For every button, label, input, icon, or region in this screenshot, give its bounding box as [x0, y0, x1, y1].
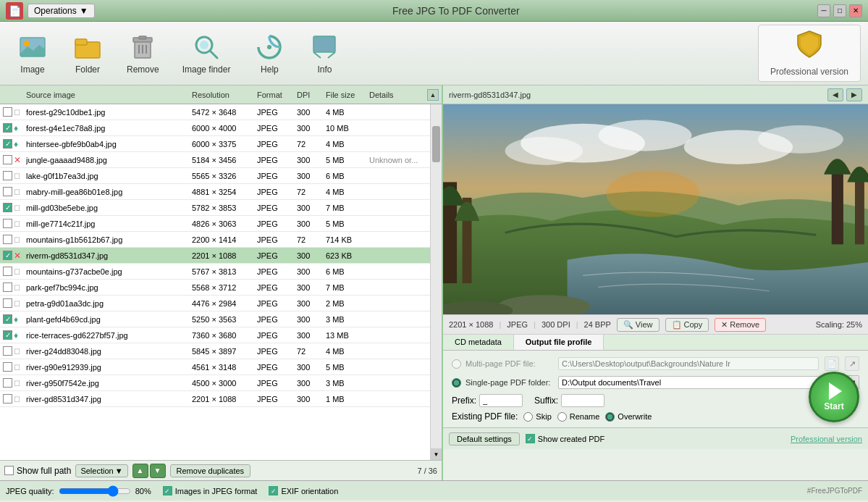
file-row[interactable]: ◻ river-gd8531d347.jpg 2201 × 1088 JPEG …: [0, 391, 430, 407]
file-row[interactable]: ◻ river-g24dd83048.jpg 5845 × 3897 JPEG …: [0, 343, 430, 359]
multipage-radio-input[interactable]: [452, 359, 461, 369]
images-jpeg-group[interactable]: ✓ Images in JPEG format: [163, 486, 258, 495]
file-checkbox[interactable]: ✓: [3, 203, 12, 212]
suffix-group: Suffix:: [534, 394, 604, 407]
folder-button[interactable]: Folder: [62, 28, 113, 80]
view-button[interactable]: 🔍 View: [617, 318, 660, 332]
singlepage-path-input[interactable]: [558, 376, 819, 389]
singlepage-radio-input[interactable]: [452, 378, 461, 388]
file-checkbox[interactable]: [3, 267, 12, 276]
scroll-up-arrow[interactable]: ▲: [427, 89, 439, 101]
scroll-track[interactable]: [431, 104, 442, 448]
default-settings-button[interactable]: Default settings: [449, 432, 520, 445]
file-checkbox[interactable]: ✓: [3, 139, 12, 148]
copy-button[interactable]: 📋 Copy: [665, 318, 709, 332]
rename-radio[interactable]: [557, 412, 567, 422]
nav-up-button[interactable]: ▲: [132, 464, 148, 478]
file-row[interactable]: ◻ mill-ge7714c21f.jpg 4826 × 3063 JPEG 3…: [0, 216, 430, 232]
file-checkbox[interactable]: ✓: [3, 314, 12, 324]
file-checkbox[interactable]: ✓: [3, 123, 12, 133]
file-row[interactable]: ✓ ♦ forest-g4e1ec78a8.jpg 6000 × 4000 JP…: [0, 120, 430, 136]
nav-down-button[interactable]: ▼: [150, 464, 166, 478]
operations-menu[interactable]: Operations ▼: [28, 4, 95, 18]
show-created-pdf-checkbox[interactable]: ✓ Show created PDF: [526, 434, 604, 443]
pro-version-link[interactable]: Professional version: [791, 435, 862, 443]
file-check-cell: ◻: [3, 378, 26, 388]
file-checkbox[interactable]: [3, 346, 12, 356]
file-checkbox[interactable]: [3, 171, 12, 180]
right-container: riverm-gd8531d347.jpg ◀ ▶: [443, 85, 868, 480]
file-checkbox[interactable]: [3, 155, 12, 164]
file-checkbox[interactable]: [3, 283, 12, 292]
file-checkbox[interactable]: ✓: [3, 330, 12, 340]
selection-button[interactable]: Selection ▼: [75, 464, 127, 477]
singlepage-radio-group[interactable]: Single-page PDF folder:: [452, 378, 552, 388]
minimize-button[interactable]: ─: [817, 4, 830, 17]
remove-button[interactable]: Remove: [117, 28, 169, 80]
scroll-down-arrow[interactable]: ▼: [431, 448, 442, 460]
svg-point-20: [505, 137, 583, 165]
file-row[interactable]: ◻ lake-g0f1b7ea3d.jpg 5565 × 3326 JPEG 3…: [0, 168, 430, 184]
file-list-footer: Show full path Selection ▼ ▲ ▼ Remove du…: [0, 460, 442, 480]
file-checkbox[interactable]: [3, 219, 12, 228]
prefix-input[interactable]: [479, 394, 523, 407]
file-row[interactable]: ◻ mabry-mill-gea86b01e8.jpg 4881 × 3254 …: [0, 184, 430, 200]
file-checkbox[interactable]: [3, 235, 12, 244]
file-checkbox[interactable]: ✓: [3, 251, 12, 260]
quality-slider[interactable]: [59, 485, 131, 497]
file-row[interactable]: ✓ ✕ riverm-gd8531d347.jpg 2201 × 1088 JP…: [0, 248, 430, 264]
image-finder-button[interactable]: Image finder: [173, 28, 240, 80]
file-checkbox[interactable]: [3, 362, 12, 372]
file-checkbox[interactable]: [3, 394, 12, 403]
pro-button[interactable]: Professional version: [758, 25, 861, 82]
file-checkbox[interactable]: [3, 107, 12, 117]
overwrite-radio[interactable]: [605, 412, 615, 422]
file-row[interactable]: ✓ ♦ plant-gefd4b69cd.jpg 5250 × 3563 JPE…: [0, 311, 430, 327]
images-jpeg-checkbox[interactable]: ✓: [163, 486, 172, 495]
file-row[interactable]: ◻ mountains-g737acbe0e.jpg 5767 × 3813 J…: [0, 264, 430, 280]
show-path-checkbox[interactable]: Show full path: [4, 466, 71, 476]
preview-next-button[interactable]: ▶: [846, 88, 862, 101]
info-button[interactable]: Info: [299, 28, 350, 80]
scroll-thumb[interactable]: [432, 126, 440, 162]
help-button[interactable]: Help: [244, 28, 295, 80]
tab-cd-metadata[interactable]: CD metadata: [443, 335, 514, 350]
image-button[interactable]: Image: [7, 28, 58, 80]
multipage-path-input[interactable]: [558, 357, 819, 370]
multipage-browse-button[interactable]: 📄: [825, 356, 839, 371]
file-checkbox[interactable]: [3, 187, 12, 196]
multipage-radio[interactable]: Multi-page PDF file:: [452, 359, 552, 369]
file-row[interactable]: ◻ river-g950f7542e.jpg 4500 × 3000 JPEG …: [0, 375, 430, 391]
file-row[interactable]: ✓ ♦ rice-terraces-gd6227bf57.jpg 7360 × …: [0, 327, 430, 343]
file-row[interactable]: ◻ petra-g9d01aa3dc.jpg 4476 × 2984 JPEG …: [0, 296, 430, 311]
rename-option[interactable]: Rename: [557, 412, 600, 422]
file-row[interactable]: ◻ mountains-g1b5612b67.jpg 2200 × 1414 J…: [0, 232, 430, 248]
help-icon: [255, 33, 284, 62]
maximize-button[interactable]: □: [833, 4, 846, 17]
remove-duplicates-button[interactable]: Remove duplicates: [170, 464, 251, 477]
skip-option[interactable]: Skip: [523, 412, 551, 422]
file-checkbox[interactable]: [3, 378, 12, 388]
start-button[interactable]: Start: [809, 372, 859, 422]
file-row[interactable]: ✓ ◻ mill-gd03be5ebe.jpg 5782 × 3853 JPEG…: [0, 200, 430, 216]
show-path-cb-box[interactable]: [4, 466, 14, 475]
preview-remove-button[interactable]: ✕ Remove: [715, 318, 766, 332]
preview-prev-button[interactable]: ◀: [827, 88, 843, 101]
file-checkbox[interactable]: [3, 298, 12, 308]
suffix-input[interactable]: [561, 394, 604, 407]
file-row[interactable]: ◻ river-g90e912939.jpg 4561 × 3148 JPEG …: [0, 359, 430, 375]
file-row[interactable]: ✕ jungle-gaaaad9488.jpg 5184 × 3456 JPEG…: [0, 152, 430, 168]
close-button[interactable]: ✕: [849, 4, 862, 17]
show-pdf-cb-box[interactable]: ✓: [526, 434, 535, 443]
tab-output-file-profile[interactable]: Output file profile: [514, 335, 604, 350]
file-row[interactable]: ◻ park-gef7bc994c.jpg 5568 × 3712 JPEG 3…: [0, 280, 430, 296]
file-list-scrollbar[interactable]: ▼: [430, 104, 442, 460]
exif-group[interactable]: ✓ EXIF orientation: [269, 486, 338, 495]
multipage-open-button[interactable]: ↗: [845, 356, 859, 371]
file-row[interactable]: ◻ forest-g29c10dbe1.jpg 5472 × 3648 JPEG…: [0, 104, 430, 120]
exif-checkbox[interactable]: ✓: [269, 486, 278, 495]
skip-radio[interactable]: [523, 412, 533, 422]
overwrite-option[interactable]: Overwrite: [605, 412, 652, 422]
file-row[interactable]: ✓ ♦ hintersee-gbfe9b0ab4.jpg 6000 × 3375…: [0, 136, 430, 152]
status-bar: JPEG quality: 80% ✓ Images in JPEG forma…: [0, 480, 868, 501]
